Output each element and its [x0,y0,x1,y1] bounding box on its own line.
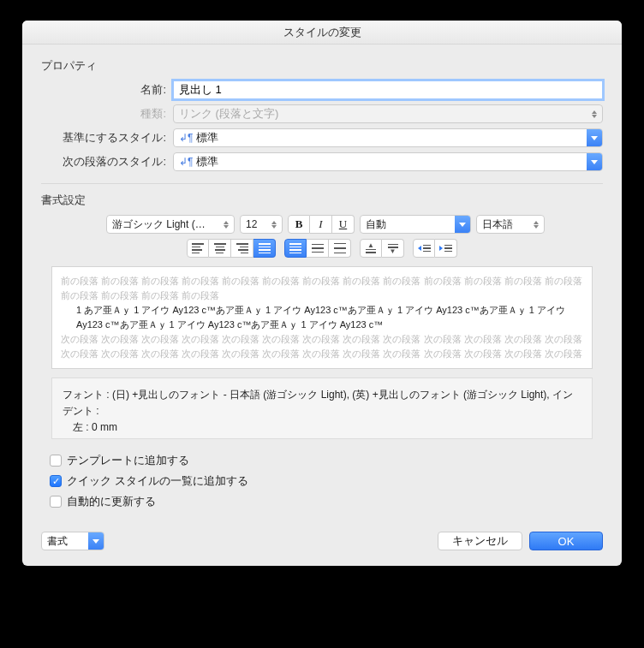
language-select[interactable]: 日本語 [476,215,545,234]
pilcrow-icon: ↲¶ [179,132,193,144]
quick-style-checkbox[interactable]: ✓ [50,475,62,487]
name-input[interactable] [173,80,603,99]
italic-button[interactable]: I [310,215,332,234]
formatting-toolbar: 游ゴシック Light (見… 12 B I U 自動 日本語 [41,215,603,234]
type-select: リンク (段落と文字) [173,104,603,123]
description-box: フォント : (日) +見出しのフォント - 日本語 (游ゴシック Light)… [51,378,593,439]
align-center-button[interactable] [209,239,231,258]
stepper-icon [218,221,234,229]
bold-button[interactable]: B [288,215,310,234]
stepper-icon [587,110,602,118]
window-title: スタイルの変更 [283,26,361,39]
preview-sample-text: 1 あア亜Ａｙ 1 アイウ Ay123 c™あア亜Ａｙ 1 アイウ Ay123 … [61,303,583,332]
modify-style-dialog: スタイルの変更 プロパティ 名前: 種類: リンク (段落と文字) 基準にするス… [22,21,622,566]
titlebar: スタイルの変更 [22,21,622,45]
type-label: 種類: [41,106,166,122]
line-spacing-1-button[interactable] [284,239,307,258]
cancel-button[interactable]: キャンセル [438,532,522,550]
add-to-template-label: テンプレートに追加する [67,453,189,468]
description-line-2: 左 : 0 mm [63,419,581,436]
description-line-1: フォント : (日) +見出しのフォント - 日本語 (游ゴシック Light)… [63,387,581,419]
add-to-template-checkbox[interactable] [50,455,62,467]
format-menu-button[interactable]: 書式 [41,532,104,550]
base-style-label: 基準にするスタイル: [41,130,166,146]
auto-update-label: 自動的に更新する [67,494,156,509]
chevron-down-icon [587,153,602,170]
auto-update-checkbox[interactable] [50,496,62,508]
font-size-select[interactable]: 12 [240,215,283,234]
pilcrow-icon: ↲¶ [179,156,193,168]
chevron-down-icon [88,532,104,550]
base-style-select[interactable]: ↲¶ 標準 [173,128,603,147]
preview-prev-paragraph: 前の段落 前の段落 前の段落 前の段落 前の段落 前の段落 前の段落 前の段落 … [61,274,583,303]
align-right-button[interactable] [231,239,253,258]
stepper-icon [266,221,282,229]
quick-style-label: クイック スタイルの一覧に追加する [67,473,248,489]
font-color-select[interactable]: 自動 [360,215,471,234]
properties-heading: プロパティ [41,58,603,74]
increase-indent-button[interactable] [435,239,457,258]
align-justify-button[interactable] [253,239,276,258]
paragraph-toolbar: ▲ ▼ [41,239,603,258]
name-label: 名前: [41,82,166,98]
preview-next-paragraph: 次の段落 次の段落 次の段落 次の段落 次の段落 次の段落 次の段落 次の段落 … [61,332,583,361]
space-before-button[interactable]: ▲ [360,239,382,258]
next-style-select[interactable]: ↲¶ 標準 [173,152,603,171]
divider [41,183,603,184]
line-spacing-2-button[interactable] [329,239,351,258]
decrease-indent-button[interactable] [413,239,435,258]
preview-pane: 前の段落 前の段落 前の段落 前の段落 前の段落 前の段落 前の段落 前の段落 … [51,266,593,369]
next-style-label: 次の段落のスタイル: [41,154,166,169]
formatting-heading: 書式設定 [41,193,603,208]
underline-button[interactable]: U [332,215,355,234]
chevron-down-icon [587,129,602,146]
space-after-button[interactable]: ▼ [382,239,404,258]
ok-button[interactable]: OK [529,532,603,550]
align-left-button[interactable] [187,239,209,258]
chevron-down-icon [455,216,470,233]
stepper-icon [528,221,544,229]
line-spacing-1-5-button[interactable] [307,239,329,258]
font-style-group: B I U [288,215,355,234]
font-family-select[interactable]: 游ゴシック Light (見… [106,215,235,234]
